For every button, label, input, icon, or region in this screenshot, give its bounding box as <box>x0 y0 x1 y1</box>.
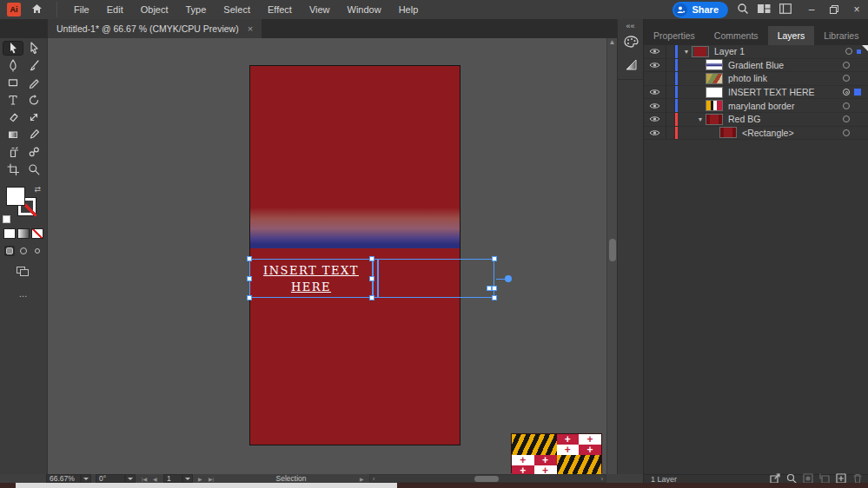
gradient-blue-object[interactable] <box>250 208 460 248</box>
layer-thumbnail[interactable] <box>692 46 709 57</box>
share-button[interactable]: Share <box>673 2 728 18</box>
eraser-tool[interactable] <box>3 111 23 124</box>
selection-handle[interactable] <box>247 276 252 281</box>
tab-libraries[interactable]: Libraries <box>814 26 868 45</box>
menu-object[interactable]: Object <box>133 2 176 17</box>
selection-handle[interactable] <box>492 295 497 300</box>
paint-color-button[interactable] <box>3 228 16 239</box>
menu-type[interactable]: Type <box>178 2 215 17</box>
scroll-right-icon[interactable]: › <box>601 475 603 483</box>
vertical-scrollbar-thumb[interactable] <box>609 239 616 261</box>
pen-tool[interactable] <box>3 59 23 72</box>
artboard-dropdown-icon[interactable] <box>182 474 193 483</box>
tab-comments[interactable]: Comments <box>705 26 768 45</box>
eyedropper-tool[interactable] <box>24 129 43 142</box>
vertical-scrollbar[interactable]: ▲ <box>606 38 617 474</box>
layer-label[interactable]: maryland border <box>728 101 794 111</box>
layer-thumbnail[interactable] <box>706 73 723 84</box>
menu-window[interactable]: Window <box>340 2 389 17</box>
selection-handle[interactable] <box>492 286 497 291</box>
layer-thumbnail[interactable] <box>706 87 723 98</box>
visibility-eye-icon[interactable] <box>644 113 666 126</box>
layer-label[interactable]: INSERT TEXT HERE <box>728 87 815 97</box>
expand-chevron-icon[interactable]: ▼ <box>695 116 706 122</box>
next-artboard-icon[interactable]: ▶ <box>198 474 202 483</box>
horizontal-scrollbar[interactable]: ‹ › <box>369 474 606 483</box>
layer-row[interactable]: Gradient Blue <box>644 59 868 73</box>
symbol-sprayer-tool[interactable] <box>3 146 23 159</box>
target-circle-icon[interactable] <box>843 62 850 69</box>
zoom-level-value[interactable]: 66.67% <box>46 474 81 483</box>
expand-panels-icon[interactable]: «« <box>618 19 643 30</box>
prev-artboard-icon[interactable]: ◀ <box>153 474 157 483</box>
expand-chevron-icon[interactable]: ▼ <box>681 49 692 55</box>
lock-cell[interactable] <box>666 86 675 99</box>
layer-row[interactable]: ▼Layer 1 <box>644 45 868 59</box>
tab-properties[interactable]: Properties <box>644 26 705 45</box>
selection-anchor-dot[interactable] <box>505 275 512 282</box>
layer-label[interactable]: Red BG <box>728 114 760 124</box>
document-tab[interactable]: Untitled-1* @ 66.67 % (CMYK/CPU Preview)… <box>48 19 262 38</box>
paint-none-button[interactable] <box>31 228 43 239</box>
selection-handle[interactable] <box>492 256 497 261</box>
first-artboard-icon[interactable]: |◀ <box>142 474 147 483</box>
status-expand-icon[interactable]: ▶ <box>360 474 364 483</box>
selection-handle[interactable] <box>487 286 492 291</box>
lock-cell[interactable] <box>666 127 675 140</box>
gradient-tool[interactable] <box>3 129 23 142</box>
visibility-eye-icon[interactable] <box>644 86 666 99</box>
edit-toolbar-button[interactable]: … <box>0 289 47 299</box>
layer-label[interactable]: photo link <box>728 73 767 83</box>
rectangle-tool[interactable] <box>3 76 23 89</box>
scroll-left-icon[interactable]: ‹ <box>373 475 374 483</box>
visibility-eye-icon[interactable] <box>644 99 666 112</box>
layer-row[interactable]: ▼Red BG <box>644 113 868 127</box>
fill-swatch[interactable] <box>6 187 25 206</box>
visibility-empty[interactable] <box>644 72 666 85</box>
visibility-eye-icon[interactable] <box>644 45 666 58</box>
restore-button[interactable] <box>823 1 845 18</box>
selection-handle[interactable] <box>247 256 252 261</box>
scale-tool[interactable] <box>24 111 43 124</box>
direct-selection-tool[interactable] <box>24 42 43 55</box>
lock-cell[interactable] <box>666 72 675 85</box>
curvature-tool[interactable] <box>24 59 43 72</box>
default-fill-stroke-icon[interactable] <box>3 215 10 223</box>
layer-row[interactable]: photo link <box>644 72 868 86</box>
screen-mode-button[interactable] <box>17 267 30 277</box>
swap-fill-stroke-icon[interactable]: ⇄ <box>34 185 41 194</box>
layer-thumbnail[interactable] <box>706 114 723 125</box>
visibility-eye-icon[interactable] <box>644 59 666 72</box>
target-circle-icon[interactable] <box>843 129 850 136</box>
lock-cell[interactable] <box>666 45 675 58</box>
close-tab-icon[interactable]: × <box>248 23 253 34</box>
menu-file[interactable]: File <box>66 2 97 17</box>
gradient-panel-icon[interactable] <box>618 53 644 76</box>
paint-gradient-button[interactable] <box>17 228 30 239</box>
close-window-button[interactable]: × <box>845 1 868 18</box>
rotation-value[interactable]: 0° <box>96 474 125 483</box>
layer-thumbnail[interactable] <box>706 59 723 70</box>
maryland-flag-image[interactable]: ++++ ++++ <box>511 433 602 473</box>
canvas[interactable]: ++++ ++++ INSERT TEXT HERE <box>48 38 606 474</box>
layer-row[interactable]: <Rectangle> <box>644 127 868 141</box>
layer-row[interactable]: maryland border <box>644 99 868 113</box>
target-circle-icon[interactable] <box>843 75 850 82</box>
workspace-switcher-icon[interactable] <box>779 3 792 16</box>
selection-bounding-box[interactable]: INSERT TEXT HERE <box>249 259 496 300</box>
selection-handle[interactable] <box>369 256 374 261</box>
tab-layers[interactable]: Layers <box>768 26 815 45</box>
layer-row[interactable]: INSERT TEXT HERE <box>644 86 868 100</box>
target-circle-icon[interactable] <box>843 89 850 96</box>
last-artboard-icon[interactable]: ▶| <box>209 474 214 483</box>
menu-help[interactable]: Help <box>391 2 427 17</box>
color-palette-icon[interactable] <box>618 30 644 53</box>
zoom-dropdown-icon[interactable] <box>81 474 91 483</box>
draw-inside-button[interactable] <box>32 246 43 256</box>
menu-edit[interactable]: Edit <box>99 2 131 17</box>
artboard-tool[interactable] <box>3 163 23 176</box>
lock-cell[interactable] <box>666 59 675 72</box>
rotation-dropdown-icon[interactable] <box>125 474 136 483</box>
target-circle-icon[interactable] <box>843 102 850 109</box>
pencil-tool[interactable] <box>24 76 43 89</box>
